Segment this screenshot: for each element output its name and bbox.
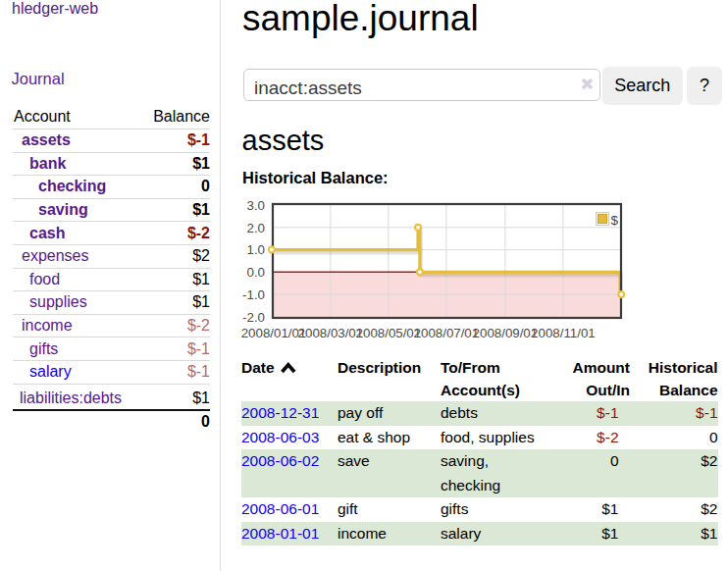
svg-text:2008/05/01: 2008/05/01 [356,326,422,340]
svg-text:3.0: 3.0 [247,198,266,213]
svg-text:-1.0: -1.0 [242,287,265,302]
svg-text:2.0: 2.0 [247,221,266,235]
svg-text:$: $ [611,213,619,228]
svg-text:-2.0: -2.0 [242,310,265,325]
svg-text:2008/09/01: 2008/09/01 [473,326,539,340]
svg-text:2008/07/01: 2008/07/01 [414,326,480,340]
svg-text:2008/11/01: 2008/11/01 [531,326,596,340]
svg-text:1.0: 1.0 [247,242,266,257]
svg-text:2008/03/01: 2008/03/01 [298,326,364,340]
svg-text:0.0: 0.0 [247,265,266,280]
svg-text:2008/01/01: 2008/01/01 [241,326,307,340]
